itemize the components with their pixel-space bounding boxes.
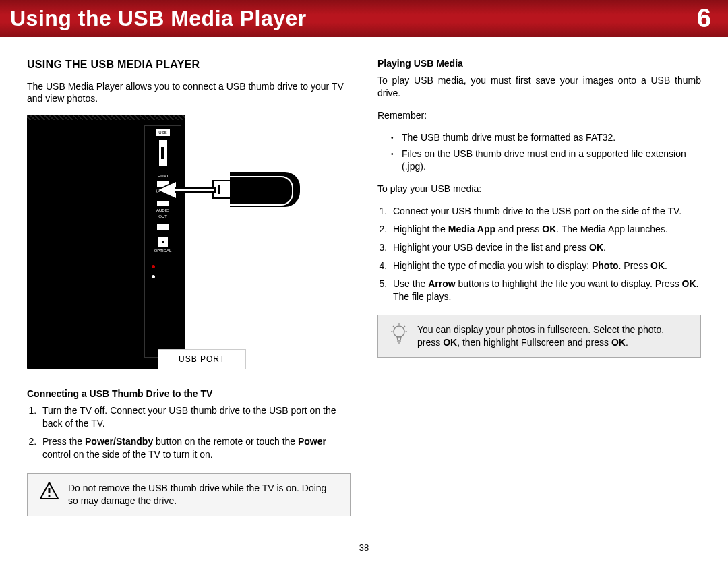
insert-arrow-icon bbox=[158, 182, 216, 198]
play-step-2: Highlight the Media App and press OK. Th… bbox=[390, 223, 701, 236]
usb-port-caption: USB PORT bbox=[158, 349, 246, 369]
svg-point-2 bbox=[394, 326, 404, 337]
usb-illustration: USB HDMI (BEST) AUDIO OUT OPTICAL bbox=[27, 115, 337, 371]
warning-text: Do not remove the USB thumb drive while … bbox=[68, 482, 338, 507]
remember-bullets: The USB thumb drive must be formatted as… bbox=[391, 131, 701, 174]
svg-line-6 bbox=[393, 326, 394, 327]
svg-rect-0 bbox=[49, 488, 51, 493]
usb-port-icon bbox=[158, 139, 168, 166]
warning-box: Do not remove the USB thumb drive while … bbox=[27, 473, 351, 516]
usb-drive-icon bbox=[212, 172, 300, 207]
tv-body: USB HDMI (BEST) AUDIO OUT OPTICAL bbox=[27, 120, 185, 369]
warning-icon bbox=[40, 482, 59, 499]
header-title: Using the USB Media Player bbox=[10, 6, 307, 31]
remember-label: Remember: bbox=[377, 109, 701, 122]
tip-text: You can display your photos in fullscree… bbox=[417, 323, 688, 349]
step-2: Press the Power/Standby button on the re… bbox=[39, 435, 351, 461]
out-label: OUT bbox=[158, 214, 167, 218]
audio-label: AUDIO bbox=[156, 208, 169, 212]
svg-line-7 bbox=[404, 326, 405, 327]
playing-intro: To play USB media, you must first save y… bbox=[377, 74, 701, 100]
connecting-steps: Turn the TV off. Connect your USB thumb … bbox=[39, 404, 351, 461]
play-step-3: Highlight your USB device in the list an… bbox=[390, 241, 701, 254]
bullet-ext: Files on the USB thumb drive must end in… bbox=[391, 148, 701, 173]
tip-box: You can display your photos in fullscree… bbox=[377, 315, 701, 358]
left-column: USING THE USB MEDIA PLAYER The USB Media… bbox=[27, 57, 351, 516]
right-column: Playing USB Media To play USB media, you… bbox=[377, 57, 701, 516]
hdmi-label: HDMI bbox=[158, 174, 168, 178]
optical-label: OPTICAL bbox=[154, 249, 172, 253]
chapter-number: 6 bbox=[697, 4, 711, 33]
step-1: Turn the TV off. Connect your USB thumb … bbox=[39, 404, 351, 430]
section-heading: USING THE USB MEDIA PLAYER bbox=[27, 57, 351, 72]
r-indicator-icon bbox=[152, 265, 155, 268]
play-step-4: Highlight the type of media you wish to … bbox=[390, 259, 701, 272]
play-step-5: Use the Arrow buttons to highlight the f… bbox=[390, 278, 701, 303]
hdmi-port-icon-2 bbox=[157, 201, 169, 206]
l-indicator-icon bbox=[152, 275, 155, 278]
content-columns: USING THE USB MEDIA PLAYER The USB Media… bbox=[0, 37, 728, 530]
svg-point-1 bbox=[48, 495, 50, 497]
port-panel: USB HDMI (BEST) AUDIO OUT OPTICAL bbox=[144, 125, 181, 358]
connecting-heading: Connecting a USB Thumb Drive to the TV bbox=[27, 387, 351, 400]
play-step-1: Connect your USB thumb drive to the USB … bbox=[390, 205, 701, 218]
lightbulb-icon bbox=[390, 323, 408, 345]
header-bar: Using the USB Media Player 6 bbox=[0, 0, 728, 37]
audio-port-icon bbox=[157, 224, 169, 230]
to-play-label: To play your USB media: bbox=[377, 183, 701, 195]
bullet-fat32: The USB thumb drive must be formatted as… bbox=[391, 131, 701, 144]
page-number: 38 bbox=[0, 542, 728, 553]
usb-port-label: USB bbox=[156, 129, 169, 136]
play-steps: Connect your USB thumb drive to the USB … bbox=[390, 205, 701, 303]
optical-port-icon bbox=[158, 237, 168, 247]
intro-paragraph: The USB Media Player allows you to conne… bbox=[27, 80, 351, 106]
playing-heading: Playing USB Media bbox=[377, 57, 701, 70]
